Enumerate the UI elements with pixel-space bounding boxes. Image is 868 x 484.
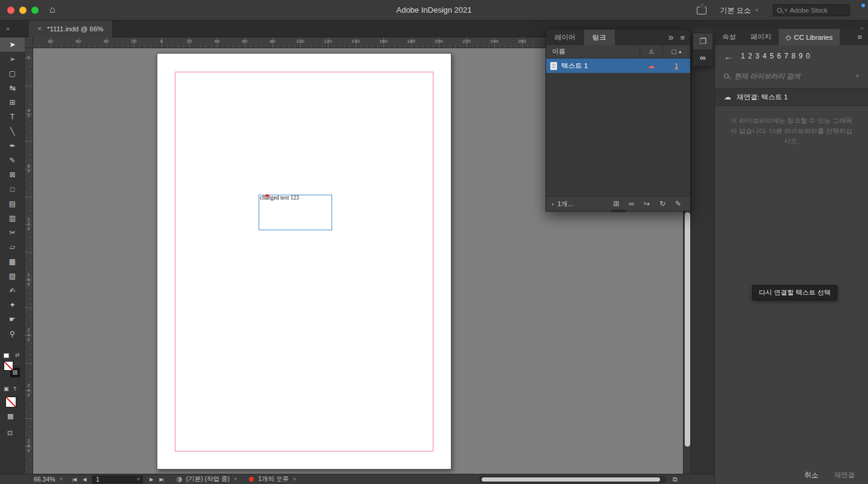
tab-properties[interactable]: 속성 <box>715 29 743 45</box>
stock-search-input[interactable] <box>790 7 846 14</box>
hand-tool[interactable]: ☛ <box>0 312 25 327</box>
fill-swatch[interactable] <box>4 361 13 371</box>
formatting-affects-container-icon[interactable]: ▣ <box>4 386 9 392</box>
panel-collapse-icon[interactable]: » <box>6 25 10 32</box>
swap-fill-stroke-icon[interactable]: ⇄ <box>15 352 20 358</box>
pen-tool[interactable]: ✒ <box>0 139 25 153</box>
selection-tool[interactable]: ➤ <box>0 37 25 52</box>
tab-links[interactable]: 링크 <box>584 30 615 45</box>
sidebar-menu-icon[interactable]: ≡ <box>857 33 862 42</box>
ruler-origin-corner[interactable] <box>25 37 33 48</box>
last-page-button[interactable]: ▶| <box>159 477 163 482</box>
relink-tooltip: 다시 연결할 텍스트 선택 <box>752 285 837 300</box>
rectangle-tool[interactable]: □ <box>0 182 25 196</box>
pencil-tool[interactable]: ✎ <box>0 153 25 168</box>
content-collector-tool[interactable]: ⊞ <box>0 95 25 110</box>
gradient-swatch-tool[interactable]: ▩ <box>0 254 25 269</box>
edit-original-icon[interactable]: ✎ <box>675 200 681 208</box>
gap-tool[interactable]: ↹ <box>0 81 25 95</box>
line-tool[interactable]: ╲ <box>0 124 25 139</box>
adobe-stock-search[interactable]: ˅ <box>773 4 850 16</box>
default-swatches-icon[interactable] <box>4 353 9 358</box>
column-name-label[interactable]: 이름 <box>546 47 640 56</box>
library-header: ← 1 2 3 4 5 6 7 8 9 0 <box>715 45 868 67</box>
page-number-field[interactable]: ˅ <box>92 476 143 483</box>
panel-dock-strip: ❐ ∞ <box>693 33 713 66</box>
page-column-icon: ▢ <box>671 48 676 55</box>
home-icon[interactable]: ⌂ <box>49 4 55 15</box>
relink-cc-icon[interactable]: ⊞ <box>613 200 619 208</box>
titlebar: ⌂ Adobe InDesign 2021 ↑ 기본 요소 ˅ ˅ <box>0 0 868 20</box>
update-link-icon[interactable]: ↻ <box>659 200 665 208</box>
text-frame[interactable]: changed text 123 ☁ <box>259 195 332 230</box>
preflight-control[interactable]: (기본) (작업 중) ˅ <box>177 475 237 483</box>
panel-menu-icon[interactable]: ≡ <box>680 33 685 42</box>
apply-gradient-icon[interactable]: ▩ <box>7 412 13 420</box>
zoom-level-control[interactable]: 66.34% ˅ <box>34 476 63 483</box>
type-tool[interactable]: T <box>0 110 25 124</box>
document-page[interactable]: changed text 123 ☁ <box>157 53 451 470</box>
vertical-scrollbar-thumb[interactable] <box>685 212 690 447</box>
library-search[interactable]: ˅ <box>715 67 868 84</box>
goto-link-icon[interactable]: ↪ <box>644 200 650 208</box>
horizontal-scrollbar[interactable] <box>479 476 666 483</box>
chevron-down-icon: ˅ <box>293 476 296 482</box>
previous-page-button[interactable]: ◀ <box>83 477 86 482</box>
panel-resize-grip[interactable] <box>611 210 626 212</box>
link-info-toggle[interactable]: › 1개... <box>552 200 573 209</box>
horizontal-scrollbar-thumb[interactable] <box>482 477 660 482</box>
page-number-input[interactable] <box>93 476 137 483</box>
h-ruler-label: 260 <box>518 39 526 44</box>
tab-cc-libraries[interactable]: ◇ CC Libraries <box>779 29 840 45</box>
vertical-grid-tool[interactable]: ▥ <box>0 211 25 225</box>
share-icon[interactable]: ↑ <box>697 7 706 14</box>
chevron-down-icon[interactable]: ˅ <box>137 476 142 482</box>
tab-layers[interactable]: 레이어 <box>546 30 584 45</box>
chevron-down-icon: ˅ <box>755 7 758 13</box>
v-ruler-label: 40 <box>25 108 33 118</box>
screen-mode-icon[interactable]: ⊡ <box>7 429 13 437</box>
window-close-button[interactable] <box>7 7 14 14</box>
chevron-down-icon[interactable]: ˅ <box>856 73 859 79</box>
panel-expand-icon[interactable]: » <box>668 32 674 43</box>
spread-view-icon[interactable]: ⧉ <box>673 476 678 483</box>
horizontal-grid-tool[interactable]: ▤ <box>0 196 25 211</box>
vertical-ruler[interactable]: 04080120160200240280 <box>25 48 33 474</box>
page-tool[interactable]: ▢ <box>0 66 25 81</box>
column-status-header[interactable]: ⚠ <box>640 45 662 58</box>
links-panel-icon[interactable]: ∞ <box>693 49 712 66</box>
modified-link-badge-icon[interactable]: ☁ <box>263 190 270 198</box>
zoom-tool[interactable]: ⚲ <box>0 327 25 341</box>
next-page-button[interactable]: ▶ <box>149 477 153 482</box>
window-minimize-button[interactable] <box>19 7 27 14</box>
first-page-button[interactable]: |◀ <box>72 477 76 482</box>
column-page-header[interactable]: ▢ ▲ <box>662 45 690 58</box>
sync-notification-dot <box>861 4 865 7</box>
color-theme-tool[interactable]: ✦ <box>0 298 25 312</box>
back-arrow-icon[interactable]: ← <box>724 51 733 61</box>
relink-icon[interactable]: ∞ <box>629 200 634 208</box>
link-row-selected[interactable]: 텍스트 1 ☁ 1 <box>546 58 690 73</box>
tool-list: ➤➢▢↹⊞T╲✒✎⊠□▤▥✂▱▩▨✍✦☛⚲ <box>0 37 24 341</box>
layers-panel-icon[interactable]: ❐ <box>693 33 712 49</box>
modified-cloud-link-icon: ☁ <box>640 62 662 70</box>
formatting-affects-text-icon[interactable]: T <box>13 386 17 392</box>
window-zoom-button[interactable] <box>31 7 39 14</box>
preflight-error-control[interactable]: 1개의 오류 ˅ <box>249 475 296 483</box>
cancel-button[interactable]: 취소 <box>805 471 819 480</box>
document-tab[interactable]: × *1111.indd @ 66% <box>29 20 113 37</box>
scissors-tool[interactable]: ✂ <box>0 225 25 240</box>
frame-tool[interactable]: ⊠ <box>0 168 25 182</box>
tab-close-icon[interactable]: × <box>37 25 42 33</box>
free-transform-tool[interactable]: ▱ <box>0 240 25 254</box>
library-search-input[interactable] <box>734 72 851 80</box>
note-tool[interactable]: ✍ <box>0 283 25 298</box>
direct-selection-tool[interactable]: ➢ <box>0 52 25 66</box>
link-page-number[interactable]: 1 <box>662 62 690 69</box>
v-ruler-label: 80 <box>25 164 33 174</box>
gradient-feather-tool[interactable]: ▨ <box>0 269 25 283</box>
tab-pages[interactable]: 페이지 <box>743 29 779 45</box>
workspace-switcher[interactable]: 기본 요소 ˅ <box>720 0 758 20</box>
relink-button[interactable]: 재연결 <box>834 471 855 480</box>
apply-none-button[interactable] <box>5 397 16 407</box>
